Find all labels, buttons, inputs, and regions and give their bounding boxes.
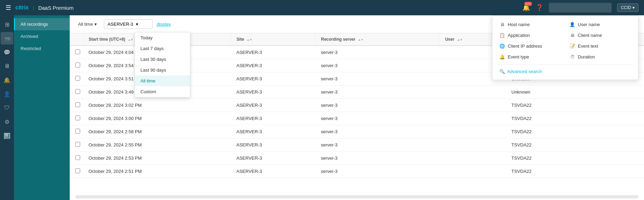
- row-checkbox-cell: [70, 46, 83, 59]
- table-row: October 29, 2024 2:55 PM ASERVER-3 serve…: [70, 138, 644, 152]
- table-row: October 29, 2024 3:02 PM ASERVER-3 serve…: [70, 99, 644, 112]
- time-option-30days[interactable]: Last 30 days: [135, 54, 190, 65]
- nav-item-archived[interactable]: Archived: [14, 30, 70, 42]
- search-option-user-name[interactable]: 👤 User name: [567, 20, 634, 29]
- top-nav: ☰ citrix | DaaS Premium 🔔 572 ❓ CCID ▾: [0, 0, 644, 15]
- sidebar-icon-chart[interactable]: 📊: [1, 129, 13, 142]
- horizontal-scrollbar[interactable]: [75, 195, 638, 199]
- search-option-client-ip[interactable]: 🌐 Client IP address: [497, 41, 564, 51]
- duration-icon: ⏱: [569, 54, 575, 59]
- row-checkbox[interactable]: [75, 115, 80, 120]
- search-option-event-type[interactable]: 🔔 Event type: [497, 52, 564, 62]
- citrix-logo: citrix | DaaS Premium: [15, 5, 74, 11]
- event-type-icon: 🔔: [499, 54, 505, 59]
- client-name-label: Client name: [578, 33, 602, 38]
- row-upn: TSVDA22: [506, 125, 644, 138]
- user-name-icon: 👤: [569, 22, 575, 27]
- nav-item-restricted[interactable]: Restricted: [14, 42, 70, 55]
- row-checkbox[interactable]: [75, 49, 80, 54]
- sidebar-icon-chat[interactable]: 💬: [1, 46, 13, 58]
- row-checkbox-cell: [70, 86, 83, 99]
- col-site[interactable]: Site ▲▼: [231, 33, 315, 46]
- row-checkbox-cell: [70, 125, 83, 138]
- time-option-alltime[interactable]: All time: [135, 75, 190, 86]
- row-site: ASERVER-3: [231, 99, 315, 112]
- row-site: ASERVER-3: [231, 165, 315, 178]
- row-start-time: October 29, 2024 2:53 PM: [83, 152, 231, 165]
- row-recording-server: server-3: [315, 112, 439, 125]
- time-option-today[interactable]: Today: [135, 32, 190, 43]
- sort-arrows-start-time: ▲▼: [128, 39, 133, 41]
- help-icon[interactable]: ❓: [536, 4, 543, 11]
- col-checkbox: [70, 33, 83, 46]
- row-recording-server: server-3: [315, 99, 439, 112]
- col-recording-server-label: Recording server: [321, 37, 355, 42]
- host-name-icon: 🖥: [499, 22, 505, 27]
- sidebar-icon-monitor[interactable]: 🖥: [1, 60, 13, 72]
- sidebar-icon-recordings[interactable]: 📹: [1, 32, 13, 45]
- sidebar-icon-bell[interactable]: 🔔: [1, 74, 13, 86]
- site-value: ASERVER-3: [108, 22, 133, 27]
- host-name-label: Host name: [508, 22, 530, 27]
- sidebar-icon-settings[interactable]: ⚙: [1, 115, 13, 128]
- row-site: ASERVER-3: [231, 86, 315, 99]
- row-checkbox-cell: [70, 112, 83, 125]
- col-recording-server[interactable]: Recording server ▲▼: [315, 33, 439, 46]
- time-option-custom[interactable]: Custom: [135, 86, 190, 97]
- row-site: ASERVER-3: [231, 46, 315, 59]
- row-checkbox[interactable]: [75, 129, 80, 134]
- nav-label-archived: Archived: [21, 34, 38, 39]
- logo-divider: |: [33, 5, 34, 10]
- row-checkbox[interactable]: [75, 63, 80, 67]
- nav-item-all-recordings[interactable]: All recordings: [14, 18, 70, 30]
- row-checkbox-cell: [70, 59, 83, 72]
- row-checkbox[interactable]: [75, 168, 80, 173]
- nav-label-all-recordings: All recordings: [21, 22, 48, 27]
- display-link[interactable]: display: [157, 22, 171, 27]
- top-search-input[interactable]: [549, 3, 612, 13]
- ccid-button[interactable]: CCID ▾: [617, 3, 638, 12]
- search-option-host-name[interactable]: 🖥 Host name: [497, 20, 564, 29]
- row-user: [439, 125, 506, 138]
- time-option-90days[interactable]: Last 90 days: [135, 65, 190, 75]
- search-popup-divider: [497, 64, 634, 65]
- row-recording-server: server-3: [315, 138, 439, 152]
- time-option-7days[interactable]: Last 7 days: [135, 43, 190, 54]
- sort-arrows-recording-server: ▲▼: [358, 39, 363, 41]
- row-upn: TSVDA22: [506, 152, 644, 165]
- row-checkbox[interactable]: [75, 155, 80, 160]
- col-site-label: Site: [237, 37, 244, 42]
- row-user: [439, 112, 506, 125]
- top-nav-right: 🔔 572 ❓ CCID ▾: [522, 3, 638, 13]
- row-recording-server: server-3: [315, 46, 439, 59]
- row-checkbox[interactable]: [75, 89, 80, 94]
- time-dropdown[interactable]: All time ▾: [75, 20, 100, 28]
- row-checkbox[interactable]: [75, 76, 80, 81]
- sidebar-icon-user[interactable]: 👤: [1, 88, 13, 100]
- search-option-duration[interactable]: ⏱ Duration: [567, 52, 634, 62]
- hamburger-menu[interactable]: ☰: [6, 4, 11, 11]
- citrix-brand: citrix: [15, 5, 29, 11]
- ccid-chevron: ▾: [632, 5, 635, 10]
- sort-arrows-site: ▲▼: [247, 39, 252, 41]
- search-option-event-text[interactable]: 📝 Event text: [567, 41, 634, 51]
- search-option-application[interactable]: 📋 Application: [497, 31, 564, 40]
- icon-sidebar: ⊞ 📹 💬 🖥 🔔 👤 🛡 ⚙ 📊: [0, 15, 14, 200]
- search-popup: 🖥 Host name 👤 User name 📋 Application 🖥 …: [492, 15, 638, 80]
- site-dropdown[interactable]: ASERVER-3 ▾: [104, 19, 153, 29]
- time-popup: Today Last 7 days Last 30 days Last 90 d…: [135, 32, 190, 97]
- nav-label-restricted: Restricted: [21, 46, 41, 51]
- row-checkbox[interactable]: [75, 142, 80, 147]
- col-start-time-label: Start time (UTC+8): [89, 37, 125, 42]
- sidebar-icon-shield[interactable]: 🛡: [1, 102, 13, 114]
- search-option-client-name[interactable]: 🖥 Client name: [567, 31, 634, 40]
- application-label: Application: [508, 33, 530, 38]
- sidebar-icon-home[interactable]: ⊞: [1, 18, 13, 31]
- row-site: ASERVER-3: [231, 112, 315, 125]
- row-recording-server: server-3: [315, 125, 439, 138]
- advanced-search-link[interactable]: 🔍 Advanced search: [497, 67, 634, 75]
- row-upn: TSVDA22: [506, 138, 644, 152]
- sort-arrows-user: ▲▼: [457, 39, 462, 41]
- table-row: October 29, 2024 2:51 PM ASERVER-3 serve…: [70, 165, 644, 178]
- row-checkbox[interactable]: [75, 102, 80, 107]
